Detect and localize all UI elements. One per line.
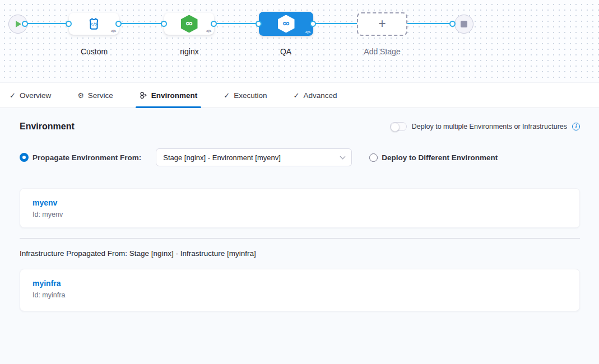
infrastructure-propagated-note: Infrastructure Propagated From: Stage [n… [20,249,580,258]
section-divider [20,238,580,239]
infinity-glyph: ∞ [282,18,289,28]
tab-label: Environment [151,91,198,100]
multi-environment-toggle[interactable] [390,122,407,131]
tab-execution[interactable]: ✓ Execution [222,83,268,108]
stop-icon [461,21,467,27]
selected-environment-value: Stage [nginx] - Environment [myenv] [163,153,341,162]
environment-icon [140,91,147,99]
custom-stage-icon: </> [86,16,101,31]
stage-qa[interactable]: ∞ </> [259,12,313,36]
connector-port[interactable] [211,21,217,27]
add-stage-button[interactable]: + [357,12,407,36]
tab-label: Service [88,91,113,100]
code-icon: </> [206,29,211,34]
play-icon [15,20,22,28]
different-environment-label: Deploy to Different Environment [382,153,498,162]
check-icon: ✓ [224,92,230,99]
gear-icon: ⚙ [77,92,84,99]
propagate-environment-label: Propagate Environment From: [32,153,141,162]
stage-label-add: Add Stage [343,47,421,56]
tab-overview[interactable]: ✓ Overview [8,83,53,108]
tab-environment[interactable]: Environment [138,83,199,108]
environment-card[interactable]: myenv Id: myenv [20,188,580,228]
stage-label-nginx: nginx [150,47,229,56]
svg-text:</>: </> [90,22,98,27]
code-icon: </> [111,29,116,34]
propagate-environment-select[interactable]: Stage [nginx] - Environment [myenv] [156,148,352,166]
tab-advanced[interactable]: ✓ Advanced [292,83,339,108]
connector-port[interactable] [115,21,122,27]
tab-label: Advanced [303,91,337,100]
info-icon[interactable]: i [572,123,580,130]
stage-custom[interactable]: </> </> [69,13,119,35]
infrastructure-name[interactable]: myinfra [32,279,567,288]
chevron-down-icon [340,153,346,159]
plus-icon: + [378,17,386,30]
different-environment-radio[interactable] [369,153,378,162]
infrastructure-id: Id: myinfra [32,291,567,299]
propagate-environment-radio[interactable] [20,153,29,162]
environment-name[interactable]: myenv [32,198,567,207]
harness-cd-icon: ∞ [278,15,295,33]
connector-port[interactable] [22,21,28,27]
connector-port[interactable] [449,21,456,27]
stage-tabbar: ✓ Overview ⚙ Service Environment ✓ Execu… [0,83,599,108]
pipeline-canvas: </> </> ∞ </> ∞ </> + Custom nginx QA Ad… [0,0,599,83]
page-title: Environment [20,122,75,132]
check-icon: ✓ [10,92,16,99]
tab-label: Execution [234,91,267,100]
infrastructure-card[interactable]: myinfra Id: myinfra [20,269,580,311]
check-icon: ✓ [294,92,300,99]
tab-service[interactable]: ⚙ Service [76,83,115,108]
stage-nginx[interactable]: ∞ </> [164,13,214,35]
connector-port[interactable] [256,21,262,27]
harness-cd-icon: ∞ [181,15,198,33]
connector-port[interactable] [66,21,72,27]
connector-port[interactable] [310,21,316,27]
connector-port[interactable] [161,21,167,27]
multi-environment-toggle-label: Deploy to multiple Environments or Infra… [412,123,567,130]
environment-panel: Environment Deploy to multiple Environme… [0,108,599,363]
stage-label-custom: Custom [55,47,133,56]
code-icon: </> [305,30,310,35]
tab-label: Overview [20,91,51,100]
infinity-glyph: ∞ [185,18,192,28]
environment-id: Id: myenv [32,211,567,218]
stage-label-qa: QA [247,47,325,56]
pipeline-end-node[interactable] [454,15,473,34]
